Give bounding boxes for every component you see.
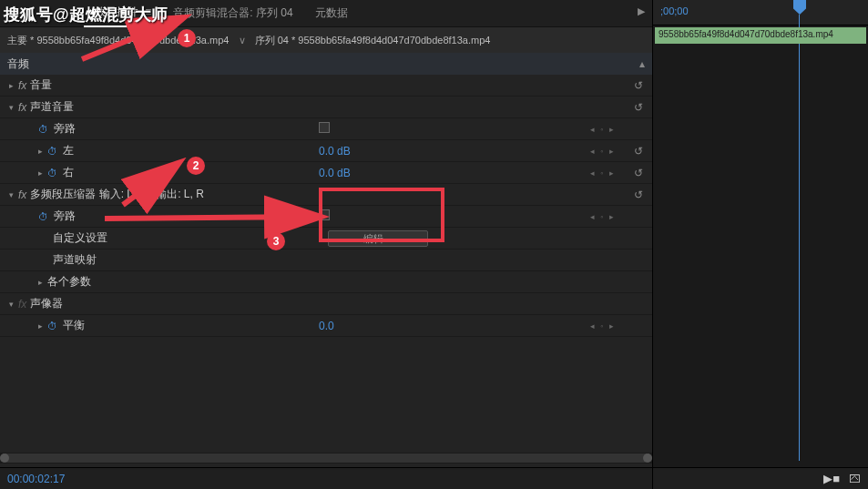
keyframe-nav[interactable]: ◂ ◦ ▸ <box>590 147 616 156</box>
play-only-icon[interactable]: ▶ <box>638 5 645 17</box>
stopwatch-icon[interactable]: ⏱ <box>47 168 57 178</box>
label-channel-volume: 声道音量 <box>30 99 74 115</box>
watermark-text: 搜狐号@超燃混剪大师 <box>4 4 168 25</box>
label-bypass: 旁路 <box>54 121 76 137</box>
label-right: 右 <box>63 165 74 180</box>
timeline-clip[interactable]: 9558bb65fa49f8d4d047d70dbde8f13a.mp4 <box>655 27 866 44</box>
keyframe-nav[interactable]: ◂ ◦ ▸ <box>590 212 616 221</box>
transport-controls: ▶■ ⮹ <box>653 467 868 489</box>
effect-volume[interactable]: fx 音量 ↺ <box>0 75 652 97</box>
stopwatch-icon[interactable]: ⏱ <box>38 124 48 135</box>
bypass-checkbox-mb[interactable] <box>319 209 330 220</box>
label-custom: 自定义设置 <box>53 230 107 246</box>
reset-effect-icon[interactable]: ↺ <box>634 188 643 201</box>
param-channel-map[interactable]: 声道映射 <box>0 250 652 271</box>
playhead-icon[interactable] <box>793 0 806 15</box>
label-balance: 平衡 <box>63 318 85 333</box>
tab-metadata[interactable]: 元数据 <box>304 0 359 26</box>
param-left[interactable]: ⏱ 左 0.0 dB ◂ ◦ ▸ ↺ <box>0 140 652 162</box>
effect-channel-volume[interactable]: fx 声道音量 ↺ <box>0 97 652 118</box>
caret-icon[interactable] <box>38 147 47 156</box>
timeline-start-label: ;00;00 <box>660 5 689 16</box>
fx-icon[interactable]: fx <box>18 188 26 201</box>
reset-effect-icon[interactable]: ↺ <box>634 79 643 92</box>
value-right[interactable]: 0.0 dB <box>319 167 351 179</box>
effect-panner[interactable]: fx 声像器 <box>0 293 652 315</box>
effect-multiband-compressor[interactable]: fx 多频段压缩器 输入: L, R | 输出: L, R ↺ <box>0 184 652 206</box>
reset-param-icon[interactable]: ↺ <box>634 145 643 158</box>
breadcrumb-sequence: 序列 04 * 9558bb65fa49f8d4d047d70dbde8f13a… <box>255 34 491 47</box>
edit-button[interactable]: 编辑... <box>328 230 428 247</box>
caret-icon[interactable] <box>9 190 18 199</box>
label-bypass-mb: 旁路 <box>54 209 76 224</box>
bypass-checkbox[interactable] <box>319 122 330 133</box>
current-timecode[interactable]: 00:00:02:17 <box>7 473 65 485</box>
param-custom-setup[interactable]: 自定义设置 编辑... <box>0 228 652 250</box>
timecode-bar: 00:00:02:17 <box>0 467 652 489</box>
breadcrumb-main: 主要 * 9558bb65fa49f8d4d047d70dbde8f13a.mp… <box>7 34 229 47</box>
label-left: 左 <box>63 143 74 158</box>
stopwatch-icon[interactable]: ⏱ <box>38 211 48 222</box>
value-balance[interactable]: 0.0 <box>319 320 334 332</box>
playhead-line <box>799 15 800 461</box>
tab-audio-mixer[interactable]: 音频剪辑混合器: 序列 04 <box>162 0 303 26</box>
label-panner: 声像器 <box>30 296 63 311</box>
zoom-handle-right[interactable] <box>643 453 652 463</box>
caret-icon[interactable] <box>9 81 18 90</box>
param-balance[interactable]: ⏱ 平衡 0.0 ◂ ◦ ▸ <box>0 315 652 337</box>
param-bypass[interactable]: ⏱ 旁路 ◂ ◦ ▸ <box>0 118 652 140</box>
reset-param-icon[interactable]: ↺ <box>634 167 643 179</box>
caret-icon[interactable] <box>38 168 47 178</box>
value-left[interactable]: 0.0 dB <box>319 145 351 158</box>
caret-icon[interactable] <box>38 321 47 331</box>
keyframe-nav[interactable]: ◂ ◦ ▸ <box>590 321 616 331</box>
breadcrumb-caret-icon: ∨ <box>229 35 254 46</box>
zoom-handle-left[interactable] <box>0 453 9 463</box>
caret-icon[interactable] <box>9 103 18 112</box>
stopwatch-icon[interactable]: ⏱ <box>47 321 57 331</box>
caret-icon[interactable] <box>9 300 18 309</box>
keyframe-nav[interactable]: ◂ ◦ ▸ <box>590 168 616 178</box>
fx-icon[interactable]: fx <box>18 79 26 92</box>
zoom-slider[interactable] <box>0 453 652 464</box>
param-bypass-mb[interactable]: ⏱ 旁路 ◂ ◦ ▸ <box>0 206 652 228</box>
play-stop-icon[interactable]: ▶■ <box>823 472 840 485</box>
param-right[interactable]: ⏱ 右 0.0 dB ◂ ◦ ▸ ↺ <box>0 162 652 184</box>
label-volume: 音量 <box>30 77 52 93</box>
label-params: 各个参数 <box>47 274 91 290</box>
fx-icon[interactable]: fx <box>18 101 26 114</box>
fx-icon[interactable]: fx <box>18 298 26 311</box>
export-icon[interactable]: ⮹ <box>849 472 861 485</box>
reset-icon[interactable]: ▴ <box>639 57 645 70</box>
section-audio: 音频 ▴ <box>0 53 652 75</box>
caret-icon[interactable] <box>38 278 47 287</box>
reset-effect-icon[interactable]: ↺ <box>634 101 643 114</box>
label-channel-map: 声道映射 <box>53 252 97 268</box>
keyframe-nav[interactable]: ◂ ◦ ▸ <box>590 125 616 134</box>
breadcrumb: 主要 * 9558bb65fa49f8d4d047d70dbde8f13a.mp… <box>0 27 652 53</box>
stopwatch-icon[interactable]: ⏱ <box>47 146 57 157</box>
label-multiband: 多频段压缩器 输入: L, R | 输出: L, R <box>30 187 203 202</box>
timeline-ruler[interactable]: ;00;00 <box>653 0 868 25</box>
param-each[interactable]: 各个参数 <box>0 271 652 293</box>
